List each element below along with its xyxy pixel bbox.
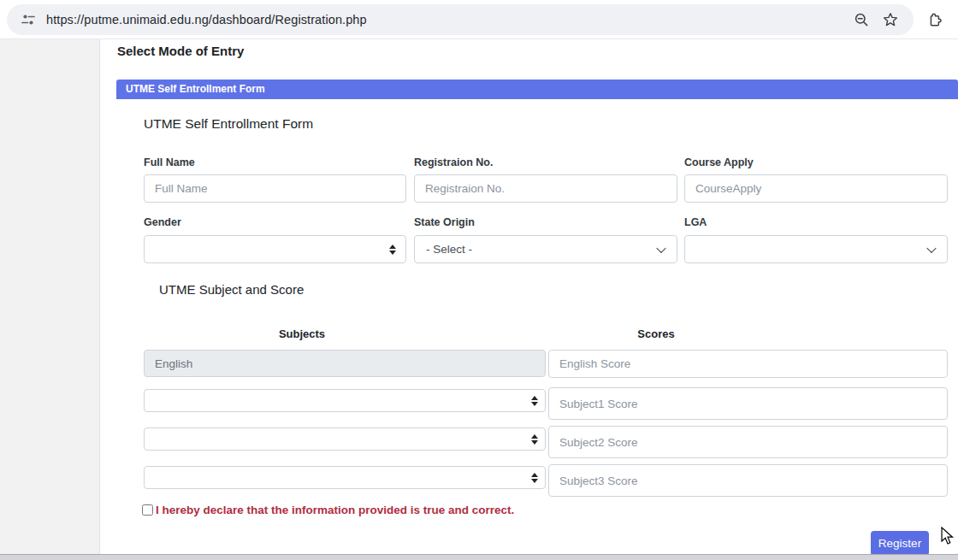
card-title: UTME Self Entrollment Form — [144, 116, 313, 132]
lga-select[interactable] — [684, 235, 948, 263]
updown-arrow-icon — [531, 472, 538, 484]
subject2-select[interactable] — [144, 427, 546, 451]
english-score-input[interactable] — [548, 350, 948, 378]
gender-select[interactable] — [144, 235, 406, 263]
left-gutter — [0, 39, 100, 554]
subject1-select[interactable] — [144, 389, 546, 412]
register-button[interactable]: Register — [871, 531, 929, 556]
bottom-edge-strip — [0, 554, 958, 560]
url-text[interactable]: https://putme.unimaid.edu.ng/dashboard/R… — [46, 4, 367, 35]
state-origin-selected-value: - Select - — [426, 236, 472, 262]
address-bar[interactable]: https://putme.unimaid.edu.ng/dashboard/R… — [7, 4, 914, 35]
course-apply-input[interactable] — [684, 174, 948, 203]
subject3-select[interactable] — [144, 466, 546, 489]
declaration-checkbox[interactable] — [142, 504, 153, 516]
full-name-label: Full Name — [144, 156, 195, 168]
subject1-score-input[interactable] — [548, 387, 948, 420]
registration-no-label: Registraion No. — [414, 156, 493, 168]
gender-label: Gender — [144, 216, 181, 228]
state-origin-select[interactable]: - Select - — [414, 235, 677, 263]
chevron-down-icon — [926, 243, 936, 252]
subjects-column-header: Subjects — [279, 327, 325, 340]
updown-arrow-icon — [531, 433, 538, 445]
subject3-score-input[interactable] — [548, 464, 948, 497]
declaration-text: I hereby declare that the information pr… — [156, 504, 514, 516]
subject2-score-input[interactable] — [548, 426, 948, 458]
form-header-banner: UTME Self Entrollment Form — [116, 80, 958, 99]
extensions-puzzle-icon[interactable] — [926, 11, 943, 28]
chevron-down-icon — [656, 243, 665, 252]
declaration-row: I hereby declare that the information pr… — [142, 504, 514, 516]
page-title: Select Mode of Entry — [117, 44, 244, 58]
scores-column-header: Scores — [637, 327, 674, 340]
form-header-title: UTME Self Entrollment Form — [126, 80, 265, 99]
browser-toolbar: https://putme.unimaid.edu.ng/dashboard/R… — [0, 0, 958, 39]
updown-arrow-icon — [389, 244, 396, 256]
zoom-out-icon[interactable] — [854, 12, 869, 27]
subject-english-input — [144, 350, 546, 377]
subjects-section-title: UTME Subject and Score — [159, 282, 304, 297]
site-settings-icon[interactable] — [21, 12, 36, 27]
star-bookmark-icon[interactable] — [883, 12, 898, 27]
course-apply-label: Course Apply — [684, 156, 754, 168]
state-origin-label: State Origin — [414, 216, 475, 228]
updown-arrow-icon — [531, 395, 538, 407]
main-content: Select Mode of Entry UTME Self Entrollme… — [100, 39, 958, 554]
lga-label: LGA — [684, 216, 707, 228]
registration-no-input[interactable] — [414, 174, 677, 203]
full-name-input[interactable] — [144, 174, 406, 203]
